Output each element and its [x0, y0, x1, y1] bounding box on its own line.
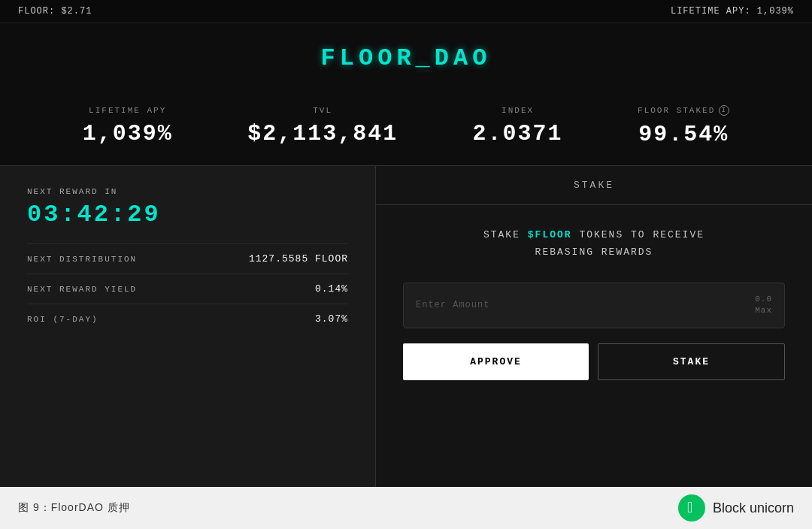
stake-desc-part2: TOKENS TO RECEIVE [579, 229, 704, 240]
next-reward-label: NEXT REWARD IN [27, 187, 348, 196]
stake-desc-highlight: $FLOOR [528, 229, 572, 240]
stat-floor-staked-label: FLOOR STAKED i [638, 105, 729, 116]
stat-lifetime-apy-label: LIFETIME APY [83, 106, 173, 115]
next-distribution-row: NEXT DISTRIBUTION 1127.5585 FLOOR [27, 243, 348, 274]
stats-row: LIFETIME APY 1,039% TVL $2,113,841 INDEX… [0, 87, 812, 165]
main-content: FLOOR_DAO LIFETIME APY 1,039% TVL $2,113… [0, 23, 812, 487]
roi-7day-value: 3.07% [315, 313, 348, 325]
amount-input-placeholder: Enter Amount [416, 300, 489, 310]
stat-index-label: INDEX [473, 106, 563, 115]
stat-tvl-label: TVL [247, 106, 398, 115]
next-reward-yield-value: 0.14% [315, 283, 348, 295]
next-reward-yield-row: NEXT REWARD YIELD 0.14% [27, 274, 348, 304]
lifetime-apy-label: LIFETIME APY: 1,039% [671, 6, 794, 17]
stat-lifetime-apy-value: 1,039% [83, 121, 173, 147]
stat-tvl: TVL $2,113,841 [247, 106, 398, 147]
roi-7day-row: ROI (7-DAY) 3.07% [27, 304, 348, 334]
stat-floor-staked: FLOOR STAKED i 99.54% [638, 105, 729, 147]
stake-body: STAKE $FLOOR TOKENS TO RECEIVE REBASING … [376, 205, 812, 487]
stake-buttons: APPROVE STAKE [403, 343, 785, 380]
watermark:  Block unicorn [678, 494, 794, 521]
logo-area: FLOOR_DAO [0, 23, 812, 87]
stake-header: STAKE [376, 166, 812, 205]
amount-max: 0.0 Max [755, 294, 772, 317]
top-bar: FLOOR: $2.71 LIFETIME APY: 1,039% [0, 0, 812, 23]
right-panel: STAKE STAKE $FLOOR TOKENS TO RECEIVE REB… [376, 166, 812, 487]
next-distribution-value: 1127.5585 FLOOR [249, 253, 348, 264]
info-icon[interactable]: i [719, 105, 729, 116]
logo-text: FLOOR_DAO [0, 44, 812, 72]
caption-bar: 图 9：FloorDAO 质押  Block unicorn [0, 487, 812, 529]
stat-index: INDEX 2.0371 [473, 106, 563, 147]
stat-floor-staked-value: 99.54% [638, 122, 729, 147]
left-panel: NEXT REWARD IN 03:42:29 NEXT DISTRIBUTIO… [0, 166, 376, 487]
reward-section: NEXT REWARD IN 03:42:29 [27, 187, 348, 228]
stake-description: STAKE $FLOOR TOKENS TO RECEIVE REBASING … [403, 226, 785, 261]
countdown-timer: 03:42:29 [27, 201, 348, 228]
stake-button[interactable]: STAKE [598, 343, 785, 380]
roi-7day-label: ROI (7-DAY) [27, 315, 98, 324]
watermark-text: Block unicorn [713, 500, 794, 516]
bottom-panels: NEXT REWARD IN 03:42:29 NEXT DISTRIBUTIO… [0, 165, 812, 487]
next-distribution-label: NEXT DISTRIBUTION [27, 255, 137, 264]
approve-button[interactable]: APPROVE [403, 343, 589, 380]
next-reward-yield-label: NEXT REWARD YIELD [27, 285, 137, 294]
stat-index-value: 2.0371 [473, 121, 563, 147]
stake-desc-part3: REBASING REWARDS [535, 246, 653, 258]
stat-tvl-value: $2,113,841 [247, 121, 398, 147]
amount-input-wrapper[interactable]: Enter Amount 0.0 Max [403, 283, 785, 328]
floor-price-label: FLOOR: $2.71 [18, 6, 92, 17]
stake-desc-part1: STAKE [483, 229, 520, 240]
wechat-icon:  [678, 494, 705, 521]
caption-text: 图 9：FloorDAO 质押 [18, 501, 130, 515]
stat-lifetime-apy: LIFETIME APY 1,039% [83, 106, 173, 147]
